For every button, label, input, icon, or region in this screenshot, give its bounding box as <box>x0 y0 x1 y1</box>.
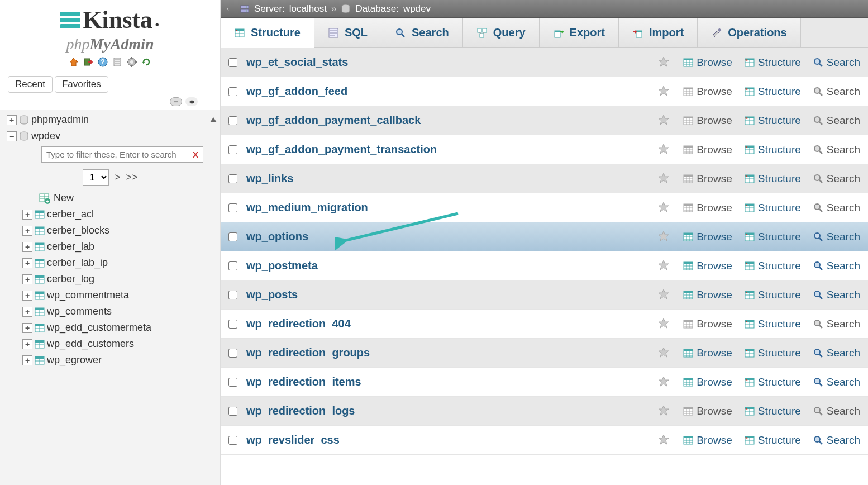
settings-icon[interactable] <box>126 56 137 68</box>
favorite-star-icon[interactable] <box>657 434 671 447</box>
table-name-link[interactable]: wp_gf_addon_payment_transaction <box>246 143 648 156</box>
expand-icon[interactable]: + <box>7 115 17 125</box>
search-action[interactable]: Search <box>813 347 860 359</box>
recent-tab[interactable]: Recent <box>8 76 53 93</box>
back-icon[interactable]: ← <box>225 4 235 14</box>
search-action[interactable]: Search <box>813 260 860 272</box>
sidebar-table-item[interactable]: +cerber_log <box>0 271 220 287</box>
sidebar-table-item[interactable]: +cerber_lab_ip <box>0 255 220 271</box>
browse-action[interactable]: Browse <box>683 231 732 243</box>
sidebar-table-item[interactable]: +wp_commentmeta <box>0 287 220 303</box>
structure-action[interactable]: Structure <box>745 56 801 69</box>
row-checkbox[interactable] <box>228 378 237 387</box>
scroll-up-icon[interactable] <box>210 117 217 122</box>
favorites-tab[interactable]: Favorites <box>55 76 108 93</box>
last-page[interactable]: >> <box>126 172 137 183</box>
server-link[interactable]: localhost <box>289 3 327 15</box>
link-icon[interactable]: ⚭ <box>185 97 198 106</box>
expand-icon[interactable]: + <box>22 258 32 268</box>
search-action[interactable]: Search <box>813 434 860 446</box>
favorite-star-icon[interactable] <box>657 172 671 186</box>
tab-import[interactable]: Import <box>619 18 698 47</box>
browse-action[interactable]: Browse <box>683 376 732 388</box>
row-checkbox[interactable] <box>228 436 237 445</box>
sidebar-table-item[interactable]: +cerber_blocks <box>0 222 220 239</box>
browse-action[interactable]: Browse <box>683 85 732 98</box>
search-action[interactable]: Search <box>813 173 860 185</box>
database-link[interactable]: wpdev <box>403 3 431 15</box>
logout-icon[interactable] <box>83 56 94 68</box>
structure-action[interactable]: Structure <box>745 202 801 214</box>
help-icon[interactable]: ? <box>97 56 108 68</box>
browse-action[interactable]: Browse <box>683 405 732 417</box>
structure-action[interactable]: Structure <box>745 405 801 417</box>
favorite-star-icon[interactable] <box>657 201 671 215</box>
browse-action[interactable]: Browse <box>683 289 732 301</box>
browse-action[interactable]: Browse <box>683 202 732 214</box>
row-checkbox[interactable] <box>228 291 237 299</box>
new-table[interactable]: + New <box>0 190 220 206</box>
filter-input[interactable] <box>42 147 188 162</box>
reload-icon[interactable] <box>141 56 152 68</box>
sidebar-table-item[interactable]: +cerber_lab <box>0 239 220 255</box>
search-action[interactable]: Search <box>813 85 860 98</box>
sidebar-table-item[interactable]: +wp_edd_customermeta <box>0 320 220 336</box>
search-action[interactable]: Search <box>813 231 860 243</box>
row-checkbox[interactable] <box>228 203 237 212</box>
favorite-star-icon[interactable] <box>657 346 671 360</box>
browse-action[interactable]: Browse <box>683 260 732 272</box>
next-page[interactable]: > <box>115 172 121 183</box>
favorite-star-icon[interactable] <box>657 85 671 98</box>
table-name-link[interactable]: wp_redirection_groups <box>246 346 648 359</box>
browse-action[interactable]: Browse <box>683 434 732 446</box>
expand-icon[interactable]: + <box>22 339 32 349</box>
search-action[interactable]: Search <box>813 318 860 330</box>
db-phpmyadmin[interactable]: + phpmyadmin <box>0 112 220 128</box>
sidebar-table-item[interactable]: +cerber_acl <box>0 206 220 222</box>
search-action[interactable]: Search <box>813 115 860 127</box>
expand-icon[interactable]: + <box>22 355 32 365</box>
structure-action[interactable]: Structure <box>745 289 801 301</box>
table-name-link[interactable]: wp_gf_addon_feed <box>246 85 648 98</box>
docs-icon[interactable] <box>112 56 123 68</box>
table-name-link[interactable]: wp_options <box>246 230 648 243</box>
table-name-link[interactable]: wp_redirection_404 <box>246 317 648 330</box>
search-action[interactable]: Search <box>813 202 860 214</box>
structure-action[interactable]: Structure <box>745 347 801 359</box>
row-checkbox[interactable] <box>228 320 237 329</box>
expand-icon[interactable]: + <box>22 274 32 284</box>
row-checkbox[interactable] <box>228 407 237 416</box>
page-select[interactable]: 1 <box>83 169 109 186</box>
structure-action[interactable]: Structure <box>745 376 801 388</box>
tab-structure[interactable]: Structure <box>221 18 314 48</box>
browse-action[interactable]: Browse <box>683 144 732 156</box>
structure-action[interactable]: Structure <box>745 318 801 330</box>
expand-icon[interactable]: + <box>22 291 32 301</box>
browse-action[interactable]: Browse <box>683 115 732 127</box>
structure-action[interactable]: Structure <box>745 434 801 446</box>
row-checkbox[interactable] <box>228 261 237 270</box>
clear-filter-icon[interactable]: X <box>188 150 203 159</box>
table-name-link[interactable]: wp_posts <box>246 288 648 301</box>
structure-action[interactable]: Structure <box>745 231 801 243</box>
row-checkbox[interactable] <box>228 349 237 358</box>
tab-search[interactable]: Search <box>381 18 463 47</box>
favorite-star-icon[interactable] <box>657 114 671 127</box>
home-icon[interactable] <box>68 56 79 68</box>
structure-action[interactable]: Structure <box>745 85 801 98</box>
row-checkbox[interactable] <box>228 58 237 67</box>
favorite-star-icon[interactable] <box>657 143 671 156</box>
favorite-star-icon[interactable] <box>657 230 671 244</box>
expand-icon[interactable]: + <box>22 323 32 333</box>
row-checkbox[interactable] <box>228 145 237 154</box>
table-name-link[interactable]: wp_redirection_items <box>246 375 648 388</box>
table-name-link[interactable]: wp_postmeta <box>246 259 648 272</box>
table-name-link[interactable]: wp_redirection_logs <box>246 405 648 417</box>
tab-query[interactable]: Query <box>463 18 540 47</box>
search-action[interactable]: Search <box>813 289 860 301</box>
row-checkbox[interactable] <box>228 87 237 96</box>
tab-operations[interactable]: Operations <box>698 18 801 47</box>
favorite-star-icon[interactable] <box>657 56 671 69</box>
table-name-link[interactable]: wp_revslider_css <box>246 434 648 446</box>
structure-action[interactable]: Structure <box>745 144 801 156</box>
